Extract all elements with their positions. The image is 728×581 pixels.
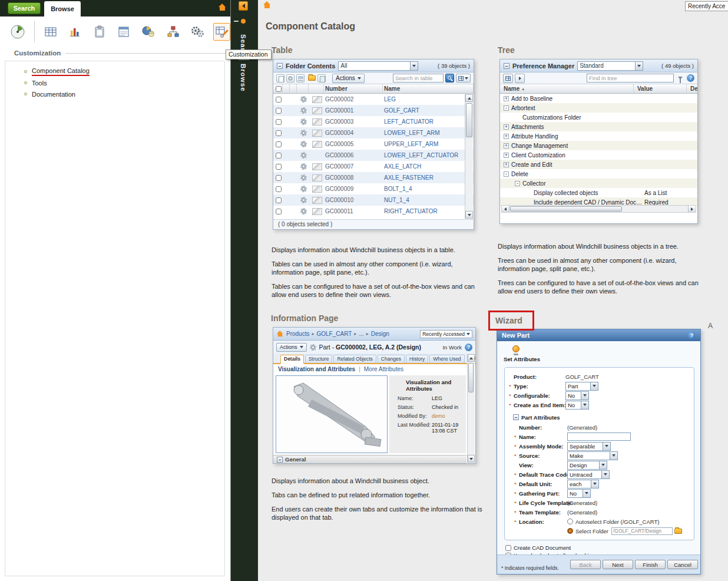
part-name-link[interactable]: LOWER_LEFT_ARM [384, 130, 439, 136]
gears-icon[interactable] [189, 23, 206, 41]
tab-structure[interactable]: Structure [305, 355, 333, 363]
scroll-left-button[interactable] [502, 206, 509, 212]
table-row[interactable]: GC000003LEFT_ACTUATOR [273, 116, 474, 127]
tree-node[interactable]: Display collected objectsAs a List [500, 188, 697, 197]
table-row[interactable]: GC000005UPPER_LEFT_ARM [273, 138, 474, 150]
general-section-header[interactable]: General [273, 455, 466, 463]
scroll-down-button[interactable] [465, 211, 473, 219]
nav-item-documentation[interactable]: Documentation [24, 88, 224, 100]
view-dropdown[interactable]: All [338, 61, 418, 71]
create-part-icon[interactable] [286, 74, 294, 82]
tree-node[interactable]: -Delete [500, 169, 697, 179]
column-number[interactable]: Number [324, 84, 383, 93]
actions-menu-button[interactable]: Actions [276, 343, 307, 352]
chevron-down-icon[interactable] [410, 62, 418, 70]
tree-node[interactable]: +Client Customization [500, 150, 697, 160]
row-checkbox[interactable] [276, 186, 282, 192]
view-select[interactable]: Design [567, 461, 607, 470]
column-value[interactable]: Value [634, 84, 687, 93]
tab-browse[interactable]: Browse [44, 1, 81, 16]
cancel-button[interactable]: Cancel [667, 560, 698, 569]
report-template-icon[interactable] [115, 23, 133, 41]
nav-visualization-attributes[interactable]: Visualization and Attributes [278, 366, 355, 372]
tree-node[interactable]: Customizations Folder [500, 113, 697, 122]
tree-node[interactable]: -Arbortext [500, 103, 697, 113]
nav-item-tools[interactable]: Tools [24, 77, 224, 88]
default-trace-code-select[interactable]: Untraced [567, 470, 610, 479]
nav-item-label[interactable]: Documentation [32, 91, 75, 98]
collapse-group-icon[interactable] [513, 414, 519, 420]
filter-icon[interactable] [676, 77, 685, 80]
row-checkbox[interactable] [276, 97, 282, 103]
chevron-down-icon[interactable] [635, 62, 643, 70]
home-icon[interactable] [219, 4, 226, 11]
expand-icon[interactable]: + [504, 134, 509, 139]
row-checkbox[interactable] [276, 141, 282, 147]
back-button[interactable]: Back [570, 560, 601, 569]
tree-node[interactable]: +Change Management [500, 141, 697, 150]
tree-node[interactable]: +Attribute Handling [500, 131, 697, 141]
new-folder-icon[interactable] [308, 75, 316, 81]
table-row[interactable]: GC000001GOLF_CART [273, 105, 474, 116]
scroll-up-button[interactable] [465, 94, 473, 102]
nav-item-label[interactable]: Tools [32, 80, 47, 87]
row-checkbox[interactable] [276, 108, 282, 114]
create-object-icon[interactable] [276, 74, 284, 82]
row-checkbox[interactable] [276, 209, 282, 214]
pie-chart-icon[interactable] [140, 23, 157, 41]
collapse-panel-button[interactable] [239, 1, 248, 11]
actions-menu-button[interactable]: Actions [332, 74, 365, 83]
tab-search[interactable]: Search [8, 2, 41, 14]
column-chart-icon[interactable] [67, 23, 84, 41]
tree-node[interactable]: +Attachments [500, 122, 697, 131]
tree-node[interactable]: +Add to Baseline [500, 94, 697, 103]
node-label[interactable]: Attachments [511, 124, 644, 130]
hierarchy-icon[interactable] [164, 23, 181, 41]
recently-accessed-button[interactable]: Recently Acce [685, 1, 728, 11]
table-row[interactable]: GC000007AXLE_LATCH [273, 161, 474, 172]
nav-item-component-catalog[interactable]: Component Catalog [24, 66, 224, 77]
assembly-mode-select[interactable]: Separable [567, 442, 611, 451]
tab-history[interactable]: History [406, 355, 428, 363]
autoselect-folder-radio[interactable] [567, 519, 573, 524]
row-checkbox[interactable] [276, 130, 282, 136]
finish-button[interactable]: Finish [635, 560, 666, 569]
configurable-select[interactable]: No [565, 391, 589, 400]
column-name[interactable]: Name [383, 84, 474, 93]
create-cad-document-checkbox[interactable] [505, 545, 511, 551]
breadcrumb-link[interactable]: Products [286, 331, 309, 337]
scroll-right-button[interactable] [688, 206, 696, 212]
tab-changes[interactable]: Changes [378, 355, 405, 363]
default-unit-select[interactable]: each [567, 480, 599, 488]
breadcrumb-link[interactable]: ... [359, 331, 363, 337]
column-name[interactable]: Name▲ [500, 84, 634, 93]
row-checkbox[interactable] [276, 119, 282, 125]
next-button[interactable]: Next [603, 560, 633, 569]
name-input[interactable] [567, 433, 631, 441]
node-label[interactable]: Add to Baseline [511, 95, 644, 102]
table-row[interactable]: GC000008AXLE_FASTENER [273, 172, 474, 183]
part-name-link[interactable]: AXLE_FASTENER [384, 174, 434, 181]
part-name-link[interactable]: UPPER_LEFT_ARM [384, 141, 438, 147]
breadcrumb-link[interactable]: GOLF_CART [316, 331, 352, 337]
table-view-toggle[interactable] [456, 74, 471, 82]
row-checkbox[interactable] [276, 197, 282, 203]
radio-label[interactable]: Autoselect Folder (/GOLF_CART) [575, 519, 659, 525]
table-row[interactable]: GC000004LOWER_LEFT_ARM [273, 127, 474, 138]
nav-item-label[interactable]: Component Catalog [32, 67, 90, 76]
expand-collapse-icon[interactable] [515, 74, 525, 83]
table-search-input[interactable] [393, 74, 444, 82]
part-name-link[interactable]: LEFT_ACTUATOR [384, 118, 434, 125]
expand-icon[interactable]: + [504, 96, 509, 101]
minimize-icon[interactable] [277, 63, 283, 69]
scrollbar-thumb[interactable] [466, 103, 472, 137]
part-name-link[interactable]: LEG [384, 96, 396, 103]
collapse-icon[interactable]: - [504, 105, 509, 111]
part-name-link[interactable]: LOWER_LEFT_ACTUATOR [384, 152, 458, 159]
table-row[interactable]: GC000010NUT_1_4 [273, 194, 474, 206]
breadcrumb-link[interactable]: Design [371, 331, 389, 337]
ui-customization-icon[interactable] [213, 23, 230, 41]
part-name-link[interactable]: AXLE_LATCH [384, 163, 421, 170]
find-in-tree-input[interactable] [587, 74, 674, 82]
type-select[interactable]: Part [565, 382, 598, 391]
